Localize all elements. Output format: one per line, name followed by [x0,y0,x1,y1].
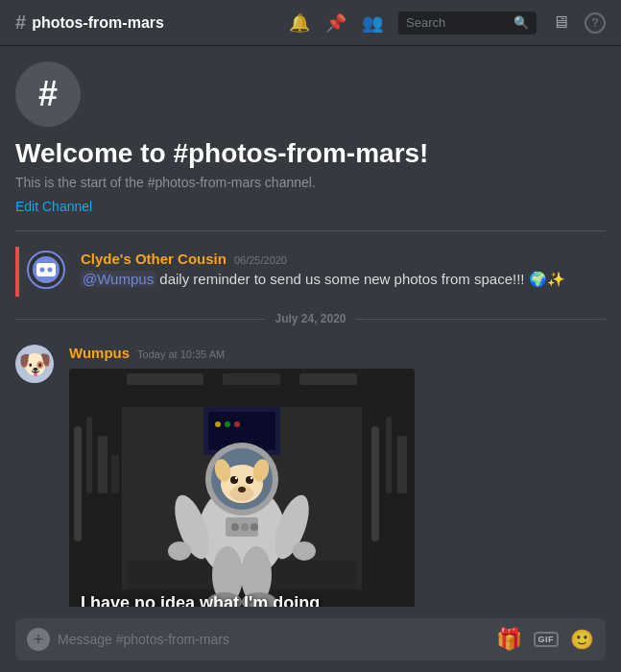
gift-icon[interactable]: 🎁 [496,627,522,652]
wumpus-avatar: 🐶 [15,345,54,383]
message-group: Clyde's Other Cousin 06/25/2020 @Wumpus … [15,247,606,297]
message-header: Clyde's Other Cousin 06/25/2020 [81,251,606,267]
author-name: Clyde's Other Cousin [81,251,227,267]
channel-name-area: # photos-from-mars [15,12,277,34]
welcome-title: Welcome to #photos-from-mars! [15,138,606,169]
messages-area: Clyde's Other Cousin 06/25/2020 @Wumpus … [15,247,606,607]
main-content: # Welcome to #photos-from-mars! This is … [0,46,621,607]
svg-rect-12 [111,455,119,493]
message-text: @Wumpus daily reminder to send us some n… [81,269,606,289]
date-divider: July 24, 2020 [15,312,606,325]
svg-point-44 [251,523,258,531]
members-icon[interactable]: 👥 [362,12,383,34]
message-input-placeholder[interactable]: Message #photos-from-mars [58,632,489,647]
avatar [27,251,65,289]
svg-point-24 [234,421,240,427]
gif-button[interactable]: GIF [534,632,560,647]
mention-wumpus: @Wumpus [81,271,155,287]
svg-rect-15 [397,436,407,493]
timestamp: 06/25/2020 [234,254,287,266]
svg-rect-17 [223,373,280,385]
pin-icon[interactable]: 📌 [325,12,346,34]
svg-point-22 [215,421,221,427]
channel-hash-icon: # [38,77,58,111]
search-bar[interactable]: Search 🔍 [398,12,537,35]
wumpus-message-group: 🐶 Wumpus Today at 10:35 AM [15,341,606,607]
input-icons: 🎁 GIF 🙂 [496,627,595,652]
edit-channel-link[interactable]: Edit Channel [15,199,92,214]
svg-point-42 [231,523,239,531]
search-icon: 🔍 [514,15,529,30]
wumpus-message-content: Wumpus Today at 10:35 AM [69,345,606,607]
wumpus-author-name: Wumpus [69,345,130,361]
date-divider-text: July 24, 2020 [275,312,346,325]
svg-point-33 [251,477,252,479]
inbox-icon[interactable]: 🖥 [552,12,569,33]
bot-face-icon [36,262,57,277]
svg-rect-16 [127,373,203,385]
message-input-inner[interactable]: + Message #photos-from-mars 🎁 GIF 🙂 [15,618,606,660]
svg-rect-11 [98,436,107,493]
hash-icon: # [15,12,26,34]
emoji-icon[interactable]: 🙂 [570,628,594,651]
svg-rect-9 [74,426,82,541]
svg-rect-18 [299,373,357,385]
wumpus-message-header: Wumpus Today at 10:35 AM [69,345,606,361]
message-body: daily reminder to send us some new photo… [159,271,564,287]
svg-text:I have no idea what I'm doing: I have no idea what I'm doing [81,593,320,607]
gif-container: I have no idea what I'm doing giphy.com [69,369,415,607]
channel-header: # Welcome to #photos-from-mars! This is … [15,61,606,231]
search-placeholder: Search [406,15,508,30]
date-divider-line-right [356,319,606,320]
svg-point-40 [293,541,316,561]
message-input-bar: + Message #photos-from-mars 🎁 GIF 🙂 [0,607,621,672]
gif-svg: I have no idea what I'm doing giphy.com [69,369,415,607]
svg-point-2 [48,268,53,273]
wumpus-timestamp: Today at 10:35 AM [137,348,225,360]
top-bar: # photos-from-mars 🔔 📌 👥 Search 🔍 🖥 ? [0,0,621,46]
bell-icon[interactable]: 🔔 [289,12,310,34]
svg-point-32 [235,477,237,479]
add-attachment-button[interactable]: + [27,628,50,651]
svg-point-23 [225,421,230,427]
svg-point-43 [241,523,249,531]
plus-icon: + [34,631,44,648]
top-bar-icons: 🔔 📌 👥 Search 🔍 🖥 ? [289,12,606,35]
channel-title: photos-from-mars [32,14,164,32]
channel-icon-big: # [15,61,81,127]
svg-point-34 [238,487,246,492]
svg-rect-10 [86,417,92,493]
space-station-bg: I have no idea what I'm doing giphy.com [69,369,415,607]
svg-rect-13 [371,426,379,541]
bot-avatar-inner [33,256,60,283]
svg-rect-14 [386,417,392,493]
welcome-subtitle: This is the start of the #photos-from-ma… [15,175,606,190]
date-divider-line [15,319,265,320]
svg-point-39 [168,541,191,561]
svg-point-1 [40,268,45,273]
help-icon[interactable]: ? [585,12,606,34]
message-content: Clyde's Other Cousin 06/25/2020 @Wumpus … [81,251,606,289]
svg-rect-0 [36,263,56,276]
